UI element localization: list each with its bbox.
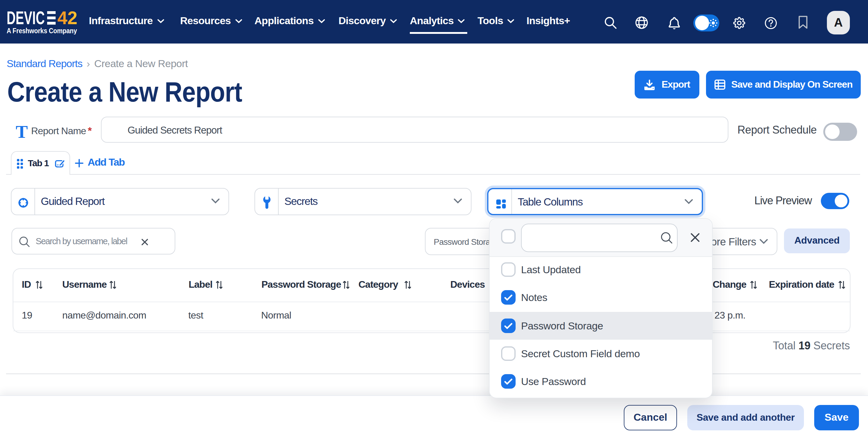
svg-text:42: 42 xyxy=(57,10,78,26)
svg-text:DEVIC: DEVIC xyxy=(7,10,45,26)
